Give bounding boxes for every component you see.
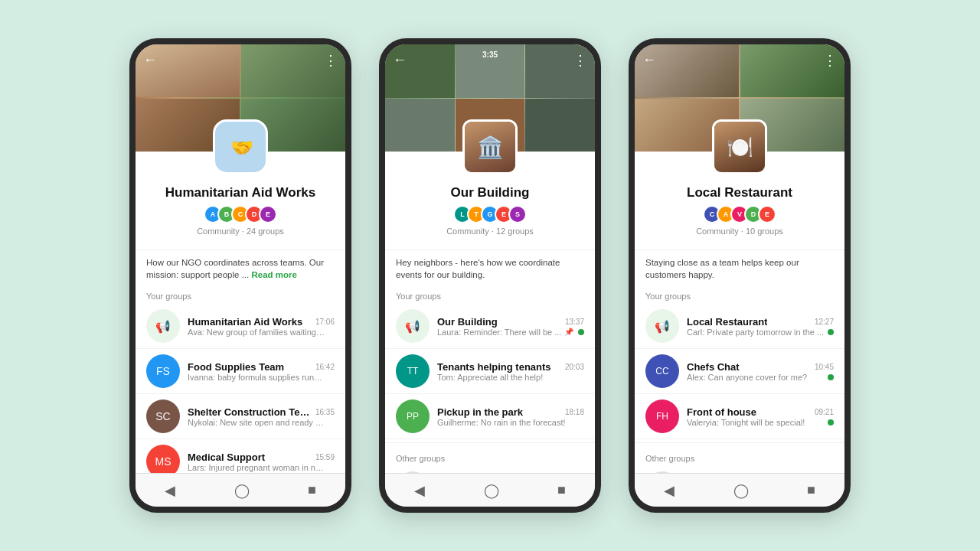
group-msg-1-3: Nykolai: New site open and ready for ... xyxy=(188,418,325,427)
community-meta-3: Community · 10 groups xyxy=(696,227,783,236)
nav-back-icon-1[interactable]: ◀ xyxy=(165,482,175,499)
other-group-3-1[interactable]: PR Produce Requests Aditya & 32 others xyxy=(635,466,844,473)
group-time-3-3: 09:21 xyxy=(815,408,834,416)
back-button-2[interactable]: ← xyxy=(393,52,407,68)
nav-back-icon-3[interactable]: ◀ xyxy=(664,482,675,499)
online-dot-3-2 xyxy=(828,374,834,380)
phone-2-navbar: ◀ ◯ ■ xyxy=(385,473,595,507)
group-msg-2-1: Laura: Reminder: There will be ... xyxy=(437,328,561,337)
community-meta-1: Community · 24 groups xyxy=(197,227,284,236)
phone-3-cover: ← ⋮ 🍽️ xyxy=(635,44,844,152)
group-item-1-4[interactable]: MS Medical Support 15:59 Lars: Injured p… xyxy=(136,439,345,473)
group-info-1-3: Shelter Construction Team 16:35 Nykolai:… xyxy=(188,406,335,427)
other-group-2-1[interactable]: BE Building events Esh & 21 others xyxy=(385,466,595,473)
group-info-2-2: Tenants helping tenants 20:03 Tom: Appre… xyxy=(437,361,584,382)
group-time-2-2: 20:03 xyxy=(565,363,584,371)
group-name-1-2: Food Supplies Team xyxy=(188,361,284,373)
group-avatar-1-1: 📢 xyxy=(146,309,180,343)
more-button-3[interactable]: ⋮ xyxy=(823,52,837,69)
nav-home-icon-2[interactable]: ◯ xyxy=(484,482,499,499)
group-name-1-1: Humanitarian Aid Works xyxy=(188,316,302,328)
group-item-3-2[interactable]: CC Chefs Chat 10:45 Alex: Can anyone cov… xyxy=(635,349,844,394)
online-dot-3-1 xyxy=(828,329,834,335)
group-avatar-1-2: FS xyxy=(146,354,180,388)
group-msg-1-1: Ava: New group of families waiting ... xyxy=(188,328,325,337)
group-info-2-1: Our Building 13:37 Laura: Reminder: Ther… xyxy=(437,316,584,337)
groups-label-3: Your groups xyxy=(635,284,844,304)
group-item-1-1[interactable]: 📢 Humanitarian Aid Works 17:06 Ava: New … xyxy=(136,304,345,349)
more-button-2[interactable]: ⋮ xyxy=(573,52,587,69)
status-time-2: 3:35 xyxy=(482,51,498,59)
group-item-1-2[interactable]: FS Food Supplies Team 16:42 Ivanna: baby… xyxy=(136,349,345,394)
group-avatar-3-1: 📢 xyxy=(645,309,679,343)
group-avatar-1-4: MS xyxy=(146,445,180,473)
groups-label-1: Your groups xyxy=(136,284,345,304)
avatar-3-5: E xyxy=(758,205,776,223)
phones-container: ← ⋮ 🤝 Humanitarian Aid Works A B C D xyxy=(129,38,851,513)
online-dot-2-1 xyxy=(578,329,584,335)
group-item-3-3[interactable]: FH Front of house 09:21 Valeryia: Tonigh… xyxy=(635,394,844,439)
group-name-3-2: Chefs Chat xyxy=(687,361,740,373)
group-msg-1-2: Ivanna: baby formula supplies running ..… xyxy=(188,373,325,382)
group-avatar-2-1: 📢 xyxy=(396,309,430,343)
groups-label-2: Your groups xyxy=(385,284,595,304)
nav-back-icon-2[interactable]: ◀ xyxy=(414,482,425,499)
group-info-1-1: Humanitarian Aid Works 17:06 Ava: New gr… xyxy=(188,316,335,337)
group-item-1-3[interactable]: SC Shelter Construction Team 16:35 Nykol… xyxy=(136,394,345,439)
community-desc-2: Hey neighbors - here's how we coordinate… xyxy=(385,250,595,284)
phone-3-body: Local Restaurant C A V D E Community · 1… xyxy=(635,152,844,473)
group-name-2-2: Tenants helping tenants xyxy=(437,361,551,373)
divider-2b xyxy=(385,442,595,443)
phone-3: ← ⋮ 🍽️ Local Restaurant C A V D E Commun… xyxy=(629,38,851,513)
back-button-1[interactable]: ← xyxy=(143,52,157,68)
group-item-2-1[interactable]: 📢 Our Building 13:37 Laura: Reminder: Th… xyxy=(385,304,595,349)
group-time-1-2: 16:42 xyxy=(315,363,335,371)
group-name-1-3: Shelter Construction Team xyxy=(188,406,310,418)
community-icon-2: 🏛️ xyxy=(462,119,518,174)
groups-section-2: Your groups 📢 Our Building 13:37 Laura: … xyxy=(385,284,595,473)
groups-section-1: Your groups 📢 Humanitarian Aid Works 17:… xyxy=(136,284,345,473)
more-button-1[interactable]: ⋮ xyxy=(324,52,338,69)
community-icon-1: 🤝 xyxy=(213,119,268,174)
megaphone-icon-3-1: 📢 xyxy=(655,319,670,334)
group-item-2-2[interactable]: TT Tenants helping tenants 20:03 Tom: Ap… xyxy=(385,349,595,394)
group-name-3-1: Local Restaurant xyxy=(687,316,767,328)
group-time-3-1: 12:27 xyxy=(815,318,834,326)
nav-home-icon-3[interactable]: ◯ xyxy=(733,482,749,499)
group-info-3-3: Front of house 09:21 Valeryia: Tonight w… xyxy=(687,406,834,427)
group-msg-2-3: Guilherme: No rain in the forecast! xyxy=(437,418,566,427)
group-msg-2-2: Tom: Appreciate all the help! xyxy=(437,373,543,382)
group-avatar-3-2: CC xyxy=(645,354,679,388)
groups-section-3: Your groups 📢 Local Restaurant 12:27 Car… xyxy=(635,284,844,473)
read-more-1[interactable]: Read more xyxy=(251,270,296,279)
phone-2-cover: 3:35 ← ⋮ 🏛️ xyxy=(385,44,595,152)
group-info-2-3: Pickup in the park 18:18 Guilherme: No r… xyxy=(437,406,584,427)
group-time-2-1: 13:37 xyxy=(565,318,584,326)
group-item-2-3[interactable]: PP Pickup in the park 18:18 Guilherme: N… xyxy=(385,394,595,439)
phone-2: 3:35 ← ⋮ 🏛️ Our Building L T G E S xyxy=(379,38,601,513)
phone-3-navbar: ◀ ◯ ■ xyxy=(635,473,844,507)
phone-1-navbar: ◀ ◯ ■ xyxy=(136,473,345,507)
group-avatar-1-3: SC xyxy=(146,399,180,433)
nav-recents-icon-1[interactable]: ■ xyxy=(308,482,316,498)
community-name-2: Our Building xyxy=(451,185,530,201)
group-info-1-4: Medical Support 15:59 Lars: Injured preg… xyxy=(188,452,335,472)
group-info-3-1: Local Restaurant 12:27 Carl: Private par… xyxy=(687,316,834,337)
back-button-3[interactable]: ← xyxy=(642,52,656,68)
group-time-2-3: 18:18 xyxy=(565,408,584,416)
group-msg-1-4: Lars: Injured pregnant woman in need ... xyxy=(188,463,325,472)
nav-recents-icon-3[interactable]: ■ xyxy=(807,482,815,498)
phone-1-body: Humanitarian Aid Works A B C D E Communi… xyxy=(136,152,345,473)
group-avatar-3-3: FH xyxy=(645,399,679,433)
phone-2-body: Our Building L T G E S Community · 12 gr… xyxy=(385,152,595,473)
group-time-1-1: 17:06 xyxy=(315,318,335,326)
avatar-5: E xyxy=(259,205,277,223)
svg-text:🤝: 🤝 xyxy=(230,136,254,158)
community-meta-2: Community · 12 groups xyxy=(446,227,534,236)
nav-recents-icon-2[interactable]: ■ xyxy=(557,482,566,498)
group-item-3-1[interactable]: 📢 Local Restaurant 12:27 Carl: Private p… xyxy=(635,304,844,349)
group-avatar-2-2: TT xyxy=(396,354,430,388)
nav-home-icon-1[interactable]: ◯ xyxy=(234,482,250,499)
group-time-3-2: 10:45 xyxy=(815,363,834,371)
group-msg-3-2: Alex: Can anyone cover for me? xyxy=(687,373,807,382)
